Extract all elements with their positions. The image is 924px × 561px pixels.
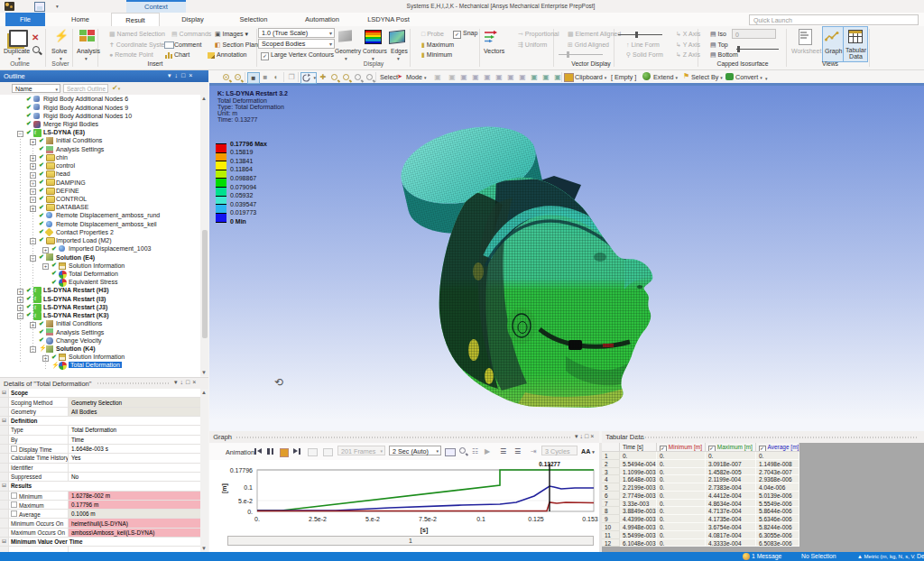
svg-text:0.17796: 0.17796 — [230, 467, 253, 474]
svg-text:[s]: [s] — [420, 527, 429, 534]
svg-text:5.e-2: 5.e-2 — [365, 516, 380, 522]
svg-text:7.5e-2: 7.5e-2 — [419, 516, 437, 522]
svg-text:0.1: 0.1 — [476, 516, 485, 522]
svg-text:0.: 0. — [247, 509, 253, 515]
svg-text:[m]: [m] — [221, 483, 228, 493]
svg-text:0.125: 0.125 — [528, 516, 544, 522]
svg-text:2.5e-2: 2.5e-2 — [309, 516, 327, 522]
svg-text:0.153: 0.153 — [582, 516, 598, 522]
svg-text:0.: 0. — [254, 516, 260, 522]
svg-text:0.13277: 0.13277 — [539, 461, 560, 467]
svg-text:5.e-2: 5.e-2 — [238, 498, 253, 504]
svg-text:0.1: 0.1 — [244, 484, 253, 491]
